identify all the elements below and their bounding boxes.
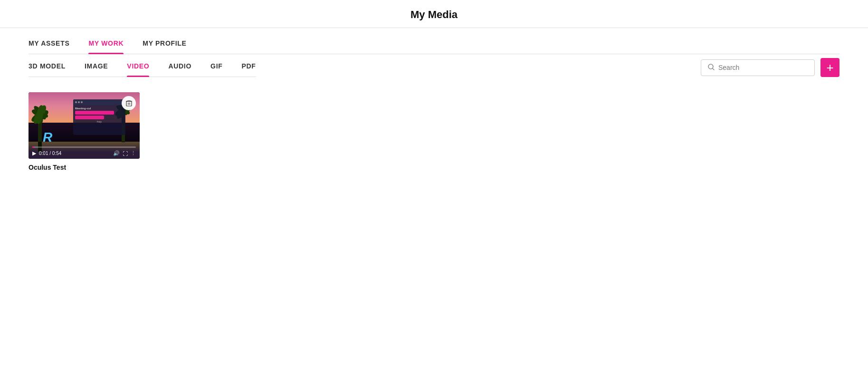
- page-title: My Media: [0, 9, 868, 21]
- main-content: MY ASSETS MY WORK MY PROFILE 3D MODEL IM…: [0, 28, 868, 171]
- search-box[interactable]: [701, 59, 815, 76]
- pink-bar-1: [75, 111, 114, 115]
- top-tabs: MY ASSETS MY WORK MY PROFILE: [29, 28, 839, 54]
- pink-bar-2: [75, 116, 104, 119]
- filter-tabs: 3D MODEL IMAGE VIDEO AUDIO GIF PDF: [29, 55, 256, 77]
- controls-icons: ▶ 0:01 / 0:54 🔊 ⛶ ⋮: [32, 150, 136, 156]
- video-controls: ▶ 0:01 / 0:54 🔊 ⛶ ⋮: [29, 142, 140, 159]
- tab-3d-model[interactable]: 3D MODEL: [29, 62, 66, 77]
- second-row: 3D MODEL IMAGE VIDEO AUDIO GIF PDF: [29, 54, 839, 77]
- media-title: Oculus Test: [29, 164, 140, 171]
- video-time: 0:01 / 0:54: [39, 151, 61, 156]
- controls-left: ▶ 0:01 / 0:54: [32, 150, 61, 156]
- progress-bar[interactable]: [32, 146, 136, 148]
- actions-row: +: [701, 54, 839, 77]
- tab-gif[interactable]: GIF: [210, 62, 222, 77]
- fullscreen-icon[interactable]: ⛶: [123, 151, 128, 156]
- tab-pdf[interactable]: PDF: [241, 62, 256, 77]
- search-input[interactable]: [718, 64, 808, 71]
- play-icon[interactable]: ▶: [32, 150, 36, 156]
- delete-button[interactable]: [122, 96, 136, 110]
- controls-right: 🔊 ⛶ ⋮: [113, 150, 136, 156]
- tab-my-profile[interactable]: MY PROFILE: [143, 39, 186, 54]
- help-text: Help: [75, 120, 124, 123]
- screen-header: [73, 99, 125, 105]
- more-icon[interactable]: ⋮: [131, 150, 136, 156]
- volume-icon[interactable]: 🔊: [113, 150, 120, 156]
- meeting-label: Meeting-cul: [75, 107, 124, 110]
- trash-icon: [126, 100, 132, 106]
- filter-tabs-wrapper: 3D MODEL IMAGE VIDEO AUDIO GIF PDF: [29, 55, 256, 77]
- tab-audio[interactable]: AUDIO: [168, 62, 191, 77]
- add-media-button[interactable]: +: [820, 58, 839, 77]
- page-header: My Media: [0, 0, 868, 28]
- screen-overlay: Meeting-cul Help: [73, 99, 125, 135]
- tab-my-work[interactable]: MY WORK: [88, 39, 124, 54]
- media-card-oculus-test[interactable]: Meeting-cul Help R: [29, 92, 140, 171]
- svg-line-1: [713, 68, 714, 70]
- tab-video[interactable]: VIDEO: [127, 62, 149, 77]
- svg-rect-14: [126, 101, 132, 106]
- video-thumbnail: Meeting-cul Help R: [29, 92, 140, 159]
- search-icon: [708, 64, 715, 72]
- progress-fill: [32, 146, 34, 148]
- tab-my-assets[interactable]: MY ASSETS: [29, 39, 69, 54]
- screen-body: Meeting-cul Help: [73, 105, 125, 125]
- tab-image[interactable]: IMAGE: [85, 62, 108, 77]
- media-grid: Meeting-cul Help R: [29, 77, 839, 171]
